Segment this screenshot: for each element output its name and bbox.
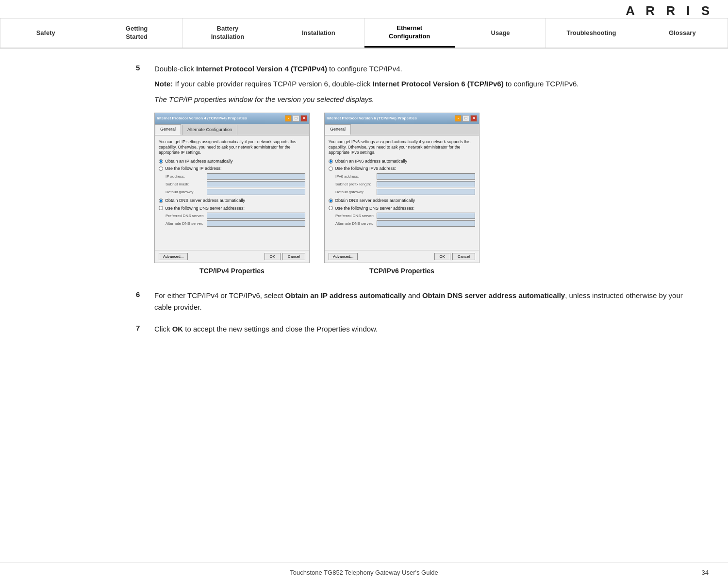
ipv6-titlebar: Internet Protocol Version 6 (TCP/IPv6) P… xyxy=(325,113,479,124)
ipv6-footer: Advanced... OK Cancel xyxy=(325,250,479,263)
ipv4-subnet-field: Subnet mask: xyxy=(165,181,305,187)
nav-troubleshooting[interactable]: Troubleshooting xyxy=(546,18,637,48)
ipv6-radio-unchecked xyxy=(329,166,333,171)
ipv6-ok-button[interactable]: OK xyxy=(434,253,451,260)
ipv4-gateway-field: Default gateway: xyxy=(165,189,305,195)
ipv4-body: You can get IP settings assigned automat… xyxy=(155,135,309,250)
step-5-note: Note: If your cable provider requires TC… xyxy=(154,78,699,89)
note-bold-text: Internet Protocol Version 6 (TCP/IPv6) xyxy=(373,80,504,88)
ipv6-manual-radio[interactable]: Use the following IPv6 address: xyxy=(329,166,475,172)
ipv4-advanced-button[interactable]: Advanced... xyxy=(159,253,188,260)
ipv6-dns-radio-unchecked xyxy=(329,206,333,210)
step-7-prefix: Click xyxy=(154,325,172,333)
nav-safety[interactable]: Safety xyxy=(0,18,91,48)
ipv6-screenshot-container: Internet Protocol Version 6 (TCP/IPv6) P… xyxy=(324,113,480,277)
ipv6-label: TCP/IPv6 Properties xyxy=(369,266,434,277)
step-5-content: Double-click Internet Protocol Version 4… xyxy=(154,63,699,279)
radio-checked xyxy=(159,159,163,164)
nav-ethernet-configuration[interactable]: EthernetConfiguration xyxy=(364,18,455,48)
step-6-mid: and xyxy=(406,291,422,299)
step-5-bold: Internet Protocol Version 4 (TCP/IPv4) xyxy=(196,65,327,73)
ipv6-preferred-dns-field: Preferred DNS server: xyxy=(335,213,475,219)
ipv4-preferred-dns-field: Preferred DNS server: xyxy=(165,213,305,219)
nav-getting-started[interactable]: GettingStarted xyxy=(91,18,182,48)
ipv6-dns-group: Obtain DNS server address automatically … xyxy=(329,198,475,227)
ipv6-tabs: General xyxy=(325,124,479,135)
radio-unchecked xyxy=(159,166,163,171)
ipv6-minimize-btn[interactable]: - xyxy=(455,115,462,122)
step-5-number: 5 xyxy=(136,64,146,72)
step-7-block: 7 Click OK to accept the new settings an… xyxy=(136,323,699,334)
header: A R R I S xyxy=(0,0,728,18)
note-suffix: to configure TCP/IPv6. xyxy=(504,80,579,88)
nav-installation[interactable]: Installation xyxy=(273,18,364,48)
ipv4-tab-general[interactable]: General xyxy=(155,124,181,135)
ipv4-address-group: Obtain an IP address automatically Use t… xyxy=(159,158,305,195)
ipv6-alternate-dns-field: Alternate DNS server: xyxy=(335,220,475,227)
footer-text: Touchstone TG852 Telephony Gateway User'… xyxy=(290,569,438,576)
arris-logo: A R R I S xyxy=(626,3,713,18)
step-7-content: Click OK to accept the new settings and … xyxy=(154,323,699,334)
ipv4-tab-alternate[interactable]: Alternate Configuration xyxy=(182,125,237,135)
ipv6-gateway-field: Default gateway: xyxy=(335,189,475,195)
nav-battery-installation[interactable]: BatteryInstallation xyxy=(182,18,273,48)
restore-btn[interactable]: □ xyxy=(293,115,299,122)
step-5-prefix: Double-click xyxy=(154,65,196,73)
step-6-bold2: Obtain DNS server address automatically xyxy=(422,291,565,299)
ipv4-dns-manual-radio[interactable]: Use the following DNS server addresses: xyxy=(159,205,305,212)
ipv4-cancel-button[interactable]: Cancel xyxy=(282,253,305,260)
ipv4-ip-field: IP address: xyxy=(165,173,305,180)
minimize-btn[interactable]: - xyxy=(285,115,292,122)
ipv4-auto-radio[interactable]: Obtain an IP address automatically xyxy=(159,158,305,165)
close-btn[interactable]: ✕ xyxy=(300,115,307,122)
ipv6-dns-radio-checked xyxy=(329,199,333,203)
ipv4-ok-button[interactable]: OK xyxy=(265,253,281,260)
step-6-block: 6 For either TCP/IPv4 or TCP/IPv6, selec… xyxy=(136,290,699,313)
step-5-suffix: to configure TCP/IPv4. xyxy=(327,65,402,73)
ipv4-dialog-screenshot: Internet Protocol Version 4 (TCP/IPv4) P… xyxy=(154,113,310,263)
ipv4-alternate-dns-field: Alternate DNS server: xyxy=(165,220,305,227)
ipv6-addr-field: IPv6 address: xyxy=(335,173,475,180)
radio-unchecked-2 xyxy=(159,206,163,210)
step-6-prefix: For either TCP/IPv4 or TCP/IPv6, select xyxy=(154,291,285,299)
step-7-bold: OK xyxy=(172,325,183,333)
ipv4-screenshot-container: Internet Protocol Version 4 (TCP/IPv4) P… xyxy=(154,113,310,277)
ipv6-dns-auto-radio[interactable]: Obtain DNS server address automatically xyxy=(329,198,475,204)
step-5-caption: The TCP/IP properties window for the ver… xyxy=(154,94,699,105)
navigation-bar: Safety GettingStarted BatteryInstallatio… xyxy=(0,18,728,49)
screenshots-row: Internet Protocol Version 4 (TCP/IPv4) P… xyxy=(154,113,699,277)
ipv4-desc: You can get IP settings assigned automat… xyxy=(159,139,305,155)
ipv6-close-btn[interactable]: ✕ xyxy=(470,115,477,122)
step-6-number: 6 xyxy=(136,290,146,299)
ipv6-radio-checked xyxy=(329,159,333,164)
ipv4-manual-radio[interactable]: Use the following IP address: xyxy=(159,166,305,172)
ipv6-dns-manual-radio[interactable]: Use the following DNS server addresses: xyxy=(329,205,475,212)
nav-usage[interactable]: Usage xyxy=(455,18,546,48)
ipv6-tab-general[interactable]: General xyxy=(325,124,351,135)
main-content: 5 Double-click Internet Protocol Version… xyxy=(0,49,728,360)
ipv4-titlebar: Internet Protocol Version 4 (TCP/IPv4) P… xyxy=(155,113,309,124)
ipv4-tabs: General Alternate Configuration xyxy=(155,124,309,135)
ipv4-footer: Advanced... OK Cancel xyxy=(155,250,309,263)
ipv6-prefix-field: Subnet prefix length: xyxy=(335,181,475,187)
ipv4-dns-group: Obtain DNS server address automatically … xyxy=(159,198,305,227)
step-5-block: 5 Double-click Internet Protocol Version… xyxy=(136,63,699,279)
footer: Touchstone TG852 Telephony Gateway User'… xyxy=(0,563,728,582)
note-text: If your cable provider requires TCP/IP v… xyxy=(173,80,372,88)
ipv6-dialog-screenshot: Internet Protocol Version 6 (TCP/IPv6) P… xyxy=(324,113,480,263)
step-7-number: 7 xyxy=(136,324,146,332)
step-7-suffix: to accept the new settings and close the… xyxy=(183,325,378,333)
nav-glossary[interactable]: Glossary xyxy=(637,18,728,48)
ipv4-dns-auto-radio[interactable]: Obtain DNS server address automatically xyxy=(159,198,305,204)
ipv6-advanced-button[interactable]: Advanced... xyxy=(329,253,358,260)
ipv6-cancel-button[interactable]: Cancel xyxy=(452,253,475,260)
note-label: Note: xyxy=(154,80,173,88)
ipv6-body: You can get IPv6 settings assigned autom… xyxy=(325,135,479,250)
ipv6-restore-btn[interactable]: □ xyxy=(463,115,469,122)
ipv4-label: TCP/IPv4 Properties xyxy=(199,266,265,277)
ipv6-auto-radio[interactable]: Obtain an IPv6 address automatically xyxy=(329,158,475,165)
ipv6-address-group: Obtain an IPv6 address automatically Use… xyxy=(329,158,475,195)
step-6-content: For either TCP/IPv4 or TCP/IPv6, select … xyxy=(154,290,699,313)
footer-page-number: 34 xyxy=(702,569,709,576)
step-6-bold1: Obtain an IP address automatically xyxy=(285,291,406,299)
